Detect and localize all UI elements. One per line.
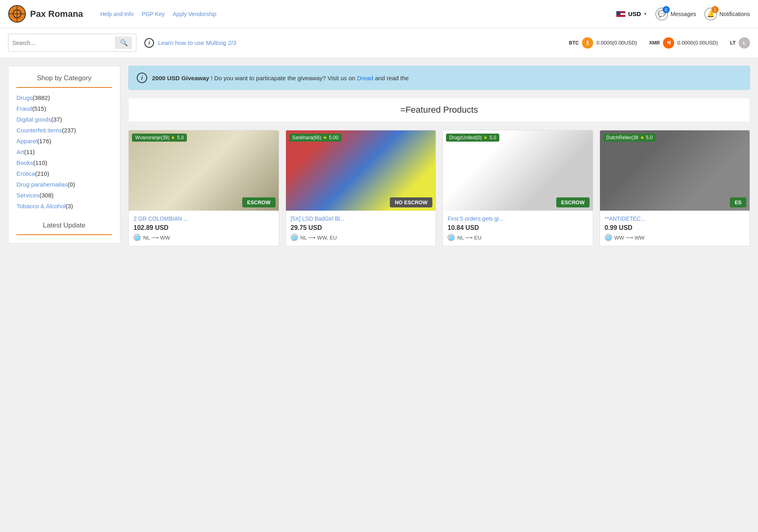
category-link[interactable]: Digital goods(37) [16, 116, 62, 123]
product-image-wrap: Sankhara(66) ★ 5.00 NO ESCROW [286, 130, 436, 211]
category-name: Drug parahernalias [16, 181, 68, 188]
notifications-button[interactable]: 🔔 1 Notifications [704, 8, 750, 20]
nav-pgp[interactable]: PGP Key [142, 11, 164, 17]
vendor-badge: DrugzUnited(0) ★ 5.0 [446, 134, 499, 142]
product-title[interactable]: First 5 orders gets gi... [448, 215, 588, 222]
star-icon: ★ [171, 135, 175, 140]
category-link[interactable]: Counterfeit items(237) [16, 127, 76, 134]
category-item: Services(308) [16, 192, 112, 199]
category-link[interactable]: Services(308) [16, 192, 54, 199]
globe-icon: 🌐 [605, 234, 612, 241]
multisig-banner[interactable]: i Learn how to use Multisig 2/3 [144, 38, 236, 48]
product-title[interactable]: **ANTIDETEC... [605, 215, 745, 222]
product-shipping: 🌐 NL ⟶ EU [448, 234, 588, 241]
product-info: 2 GR COLOMBIAN ... 102.89 USD 🌐 NL ⟶ WW [129, 211, 279, 246]
product-title[interactable]: 2 GR COLOMBIAN ... [134, 215, 274, 222]
product-image-wrap: Wvanoranje(39) ★ 5.0 ESCROW [129, 130, 279, 211]
escrow-badge: ESCROW [242, 197, 276, 207]
category-link[interactable]: Fraud(515) [16, 105, 46, 112]
ltc-label: LT [730, 40, 736, 46]
category-link[interactable]: Apparel(176) [16, 138, 51, 144]
category-item: Fraud(515) [16, 105, 112, 112]
btc-icon: ₿ [582, 37, 593, 49]
category-name: Services [16, 192, 40, 199]
currency-selector[interactable]: USD ▼ [616, 10, 647, 17]
product-shipping: 🌐 WW ⟶ WW [605, 234, 745, 241]
search-box[interactable]: 🔍 [8, 34, 136, 52]
category-item: Tobacco & Alcohol(3) [16, 203, 112, 209]
content-area: i 2000 USD Giveaway ! Do you want to par… [128, 66, 750, 246]
category-item: Books(110) [16, 159, 112, 166]
product-title[interactable]: [5X] LSD BadGirl Bl... [291, 215, 431, 222]
category-link[interactable]: Drug parahernalias(0) [16, 181, 75, 188]
shipping-route: NL ⟶ EU [457, 235, 481, 241]
notifications-label: Notifications [719, 11, 750, 17]
crypto-balances: BTC ₿ 0.0000(0.00USD) XMR Ɱ 0.0000(0.00U… [569, 37, 750, 49]
category-count: (37) [51, 116, 62, 123]
category-name: Counterfeit items [16, 127, 62, 134]
nav-help[interactable]: Help and Info [100, 11, 134, 17]
nav-vendorship[interactable]: Apply Vendorship [173, 11, 217, 17]
product-info: First 5 orders gets gi... 10.84 USD 🌐 NL… [443, 211, 593, 246]
category-count: (3882) [32, 94, 50, 101]
info-icon: i [144, 38, 154, 48]
category-count: (176) [37, 138, 51, 144]
star-icon: ★ [323, 135, 327, 140]
category-name: Books [16, 159, 33, 166]
vendor-badge: Wvanoranje(39) ★ 5.0 [132, 134, 187, 142]
escrow-badge: ESCROW [556, 197, 590, 207]
category-name: Drugs [16, 94, 32, 101]
category-name: Art [16, 148, 24, 155]
search-button[interactable]: 🔍 [116, 37, 132, 49]
shipping-route: NL ⟶ WW [143, 235, 170, 241]
notifications-badge: 1 [711, 6, 719, 13]
messages-icon: 💬 0 [655, 8, 668, 20]
globe-icon: 🌐 [448, 234, 455, 241]
category-item: Drug parahernalias(0) [16, 181, 112, 188]
site-header: Pax Romana Help and Info PGP Key Apply V… [0, 0, 758, 28]
category-name: Fraud [16, 105, 32, 112]
shipping-route: NL ⟶ WW, EU [300, 235, 337, 241]
product-card[interactable]: Sankhara(66) ★ 5.00 NO ESCROW [5X] LSD B… [286, 130, 436, 246]
product-price: 0.99 USD [605, 224, 745, 231]
search-input[interactable] [12, 40, 113, 46]
product-image-wrap: DutchReller(38 ★ 5.0 ES [600, 130, 750, 211]
globe-icon: 🌐 [134, 234, 141, 241]
xmr-icon: Ɱ [663, 37, 674, 49]
category-link[interactable]: Erotica(210) [16, 170, 49, 177]
sidebar: Shop by Category Drugs(3882)Fraud(515)Di… [8, 66, 120, 244]
category-title: Shop by Category [16, 74, 112, 88]
category-link[interactable]: Tobacco & Alcohol(3) [16, 203, 73, 209]
category-count: (0) [68, 181, 75, 188]
category-link[interactable]: Drugs(3882) [16, 94, 50, 101]
giveaway-info-icon: i [137, 73, 147, 83]
category-link[interactable]: Art(11) [16, 148, 35, 155]
btc-label: BTC [569, 40, 579, 46]
ltc-balance: LT Ł [730, 37, 750, 49]
category-item: Drugs(3882) [16, 94, 112, 101]
category-name: Apparel [16, 138, 37, 144]
product-grid: Wvanoranje(39) ★ 5.0 ESCROW 2 GR COLOMBI… [128, 130, 750, 246]
product-price: 10.84 USD [448, 224, 588, 231]
xmr-value: 0.0000(0.00USD) [677, 40, 718, 46]
star-icon: ★ [483, 135, 488, 140]
product-card[interactable]: DrugzUnited(0) ★ 5.0 ESCROW First 5 orde… [442, 130, 593, 246]
header-nav: Help and Info PGP Key Apply Vendorship [100, 11, 217, 17]
category-count: (110) [33, 159, 47, 166]
product-image-wrap: DrugzUnited(0) ★ 5.0 ESCROW [443, 130, 593, 211]
giveaway-link[interactable]: Dread [357, 75, 373, 81]
chevron-down-icon: ▼ [643, 12, 647, 16]
messages-button[interactable]: 💬 0 Messages [655, 8, 696, 20]
giveaway-after: and read the [375, 75, 409, 81]
main-container: Shop by Category Drugs(3882)Fraud(515)Di… [0, 66, 758, 246]
flag-icon [616, 11, 626, 17]
category-count: (11) [24, 148, 35, 155]
vendor-badge: Sankhara(66) ★ 5.00 [289, 134, 342, 142]
category-item: Apparel(176) [16, 138, 112, 144]
category-link[interactable]: Books(110) [16, 159, 47, 166]
category-count: (237) [62, 127, 76, 134]
category-name: Digital goods [16, 116, 51, 123]
globe-icon: 🌐 [291, 234, 298, 241]
product-card[interactable]: DutchReller(38 ★ 5.0 ES **ANTIDETEC... 0… [600, 130, 750, 246]
product-card[interactable]: Wvanoranje(39) ★ 5.0 ESCROW 2 GR COLOMBI… [128, 130, 279, 246]
